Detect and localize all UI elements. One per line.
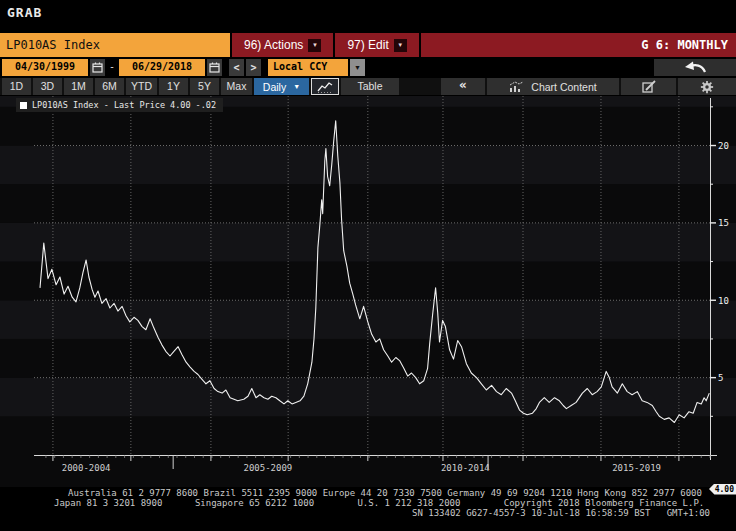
chart-content-icon (509, 81, 524, 93)
chart-tools: « Chart Content (441, 78, 736, 95)
edit-label: 97) Edit (347, 38, 388, 52)
divider (419, 33, 421, 57)
price-chart[interactable]: 51015202000-20042005-20092010-20142015-2… (0, 96, 736, 487)
actions-label: 96) Actions (244, 38, 303, 52)
period-button-3d[interactable]: 3D (33, 78, 62, 95)
chart-content-button[interactable]: Chart Content (487, 78, 619, 95)
chevron-left-icon[interactable]: < (229, 59, 244, 76)
period-buttons: 1D3D1M6MYTD1Y5YMax (2, 78, 252, 95)
settings-button[interactable] (678, 78, 736, 95)
gear-icon (700, 80, 714, 94)
period-button-ytd[interactable]: YTD (126, 78, 157, 95)
footer-phones-line2: Japan 81 3 3201 8900 Singapore 65 6212 1… (0, 498, 736, 508)
undo-icon (682, 61, 708, 74)
line-chart-icon (317, 81, 333, 93)
series-swatch (20, 102, 27, 109)
frequency-select[interactable]: Daily ▼ (254, 78, 309, 95)
footer-session-line: SN 133402 G627-4557-3 10-Jul-18 16:58:59… (0, 508, 736, 518)
svg-text:5: 5 (718, 373, 723, 383)
calendar-icon[interactable] (90, 59, 105, 76)
security-bar: LP010AS Index 96) Actions ▼ 97) Edit ▼ G… (0, 33, 736, 57)
start-date-input[interactable]: 04/30/1999 (2, 59, 88, 76)
period-button-1d[interactable]: 1D (2, 78, 31, 95)
edit-note-icon (642, 80, 656, 93)
terminal-footer: Australia 61 2 9777 8600 Brazil 5511 239… (0, 488, 736, 518)
svg-text:10: 10 (718, 296, 729, 306)
edit-menu[interactable]: 97) Edit ▼ (335, 33, 418, 57)
period-button-5y[interactable]: 5Y (190, 78, 219, 95)
ticker-field[interactable]: LP010AS Index (0, 33, 230, 57)
currency-select[interactable]: Local CCY (268, 59, 348, 76)
svg-text:15: 15 (718, 218, 729, 228)
chevron-down-icon: ▼ (293, 83, 300, 90)
chevron-down-icon: ▼ (308, 39, 321, 52)
series-label: LP010AS Index - Last Price (32, 100, 165, 110)
title-bar: GRAB (0, 0, 736, 33)
date-range-separator: - (107, 59, 117, 76)
svg-text:2000-2004: 2000-2004 (62, 463, 111, 473)
period-button-1m[interactable]: 1M (64, 78, 93, 95)
bloomberg-terminal-window: GRAB LP010AS Index 96) Actions ▼ 97) Edi… (0, 0, 736, 531)
chart-canvas[interactable]: 51015202000-20042005-20092010-20142015-2… (0, 96, 736, 487)
grab-label: GRAB (7, 5, 42, 20)
last-price-value: 4.00 (170, 100, 190, 110)
chevron-right-icon[interactable]: > (246, 59, 261, 76)
price-change-value: -.02 (196, 100, 216, 110)
footer-phones-line1: Australia 61 2 9777 8600 Brazil 5511 239… (0, 488, 736, 498)
calendar-icon[interactable] (207, 59, 222, 76)
actions-menu[interactable]: 96) Actions ▼ (232, 33, 333, 57)
dropdown-arrow-icon[interactable]: ▼ (350, 59, 365, 76)
svg-text:2005-2009: 2005-2009 (243, 463, 292, 473)
chart-legend[interactable]: LP010AS Index - Last Price 4.00 -.02 (16, 98, 223, 112)
chart-view-label: G 6: MONTHLY (641, 33, 736, 57)
period-button-6m[interactable]: 6M (95, 78, 124, 95)
table-button[interactable]: Table (341, 78, 399, 95)
svg-text:2015-2019: 2015-2019 (612, 463, 661, 473)
svg-text:20: 20 (718, 141, 729, 151)
undo-button[interactable] (654, 59, 736, 76)
range-bar: 04/30/1999 - 06/29/2018 < > Local CCY ▼ (0, 59, 736, 76)
period-bar: 1D3D1M6MYTD1Y5YMax Daily ▼ Table « Chart… (0, 78, 736, 95)
svg-text:2010-2014: 2010-2014 (441, 463, 490, 473)
chart-type-button[interactable] (311, 78, 339, 95)
period-button-1y[interactable]: 1Y (159, 78, 188, 95)
period-button-max[interactable]: Max (221, 78, 252, 95)
annotate-button[interactable] (621, 78, 676, 95)
collapse-button[interactable]: « (441, 78, 485, 95)
chevron-down-icon: ▼ (394, 39, 407, 52)
end-date-input[interactable]: 06/29/2018 (119, 59, 205, 76)
